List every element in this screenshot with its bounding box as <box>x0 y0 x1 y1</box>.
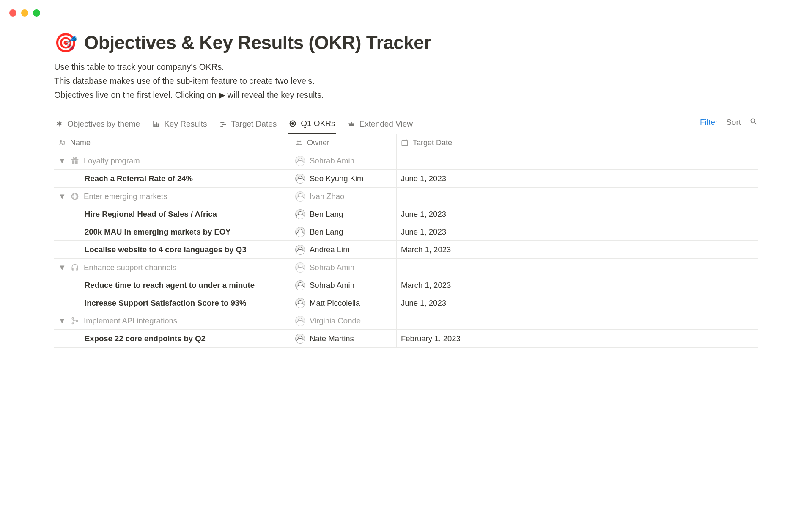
avatar <box>295 245 305 255</box>
objective-name: Implement API integrations <box>84 316 177 326</box>
objective-name: Enhance support channels <box>84 263 176 272</box>
owner-name: Andrea Lim <box>310 245 350 254</box>
table-row[interactable]: Expose 22 core endpoints by Q2 Nate Mart… <box>54 330 758 348</box>
close-window-button[interactable] <box>9 9 16 17</box>
target-date: June 1, 2023 <box>401 174 446 183</box>
owner-name: Sohrab Amin <box>310 281 354 290</box>
view-actions: Filter Sort <box>700 117 758 133</box>
avatar <box>295 262 305 273</box>
crown-icon <box>347 120 356 128</box>
maximize-window-button[interactable] <box>33 9 40 17</box>
okr-table: Name Owner Target Date ▼ Loyalty program <box>54 134 758 348</box>
owner-name: Seo Kyung Kim <box>310 174 364 183</box>
avatar <box>295 174 305 184</box>
table-row[interactable]: 200k MAU in emerging markets by EOY Ben … <box>54 223 758 241</box>
column-label: Name <box>70 138 91 147</box>
tab-objectives-by-theme[interactable]: Objectives by theme <box>54 116 141 134</box>
gift-icon <box>70 156 80 166</box>
column-header-name[interactable]: Name <box>54 134 291 152</box>
tab-label: Objectives by theme <box>67 119 140 129</box>
search-icon[interactable] <box>749 117 758 127</box>
table-row[interactable]: Increase Support Satisfaction Score to 9… <box>54 294 758 312</box>
avatar <box>295 156 305 166</box>
avatar <box>295 209 305 219</box>
column-header-extra[interactable] <box>502 134 758 152</box>
table-header: Name Owner Target Date <box>54 134 758 152</box>
objective-name: Enter emerging markets <box>84 192 167 201</box>
key-result-name: Reduce time to reach agent to under a mi… <box>85 281 255 290</box>
owner-name: Matt Piccolella <box>310 298 360 308</box>
svg-point-0 <box>751 119 755 123</box>
tab-key-results[interactable]: Key Results <box>151 116 208 134</box>
page-header: 🎯 Objectives & Key Results (OKR) Tracker <box>54 32 758 53</box>
view-tabs: Objectives by theme Key Results Target D… <box>54 116 758 134</box>
tab-extended-view[interactable]: Extended View <box>346 116 414 134</box>
target-date: March 1, 2023 <box>401 245 451 254</box>
people-icon <box>295 139 303 147</box>
key-result-name: Reach a Referral Rate of 24% <box>85 174 193 183</box>
table-row[interactable]: ▼ Loyalty program Sohrab Amin <box>54 152 758 170</box>
key-result-name: Increase Support Satisfaction Score to 9… <box>85 298 246 308</box>
page-icon[interactable]: 🎯 <box>54 33 77 52</box>
filter-button[interactable]: Filter <box>700 118 718 127</box>
window-controls <box>9 9 40 17</box>
chevron-down-icon[interactable]: ▼ <box>58 192 66 201</box>
minimize-window-button[interactable] <box>21 9 28 17</box>
owner-name: Ivan Zhao <box>310 192 344 201</box>
bar-chart-icon <box>152 120 160 128</box>
table-row[interactable]: Hire Regional Head of Sales / Africa Ben… <box>54 205 758 223</box>
page-description-line[interactable]: Use this table to track your company's O… <box>54 61 758 73</box>
column-label: Target Date <box>413 138 452 147</box>
table-row[interactable]: ▼ Implement API integrations Virginia Co… <box>54 312 758 330</box>
page-content: 🎯 Objectives & Key Results (OKR) Tracker… <box>0 0 812 348</box>
tab-q1-okrs[interactable]: Q1 OKRs <box>288 116 336 134</box>
globe-icon <box>70 192 80 201</box>
target-date: March 1, 2023 <box>401 281 451 290</box>
target-icon <box>288 119 297 128</box>
page-description-line[interactable]: This database makes use of the sub-item … <box>54 75 758 87</box>
objective-name: Loyalty program <box>84 156 140 166</box>
sort-button[interactable]: Sort <box>726 118 741 127</box>
avatar <box>295 316 305 326</box>
owner-name: Ben Lang <box>310 227 343 237</box>
table-row[interactable]: Reduce time to reach agent to under a mi… <box>54 276 758 294</box>
key-result-name: Localise website to 4 core languages by … <box>85 245 246 254</box>
tab-label: Key Results <box>164 119 207 129</box>
calendar-icon <box>401 139 409 147</box>
table-row[interactable]: ▼ Enhance support channels Sohrab Amin <box>54 259 758 276</box>
chevron-down-icon[interactable]: ▼ <box>58 156 66 166</box>
chevron-down-icon[interactable]: ▼ <box>58 263 66 272</box>
timeline-icon <box>219 120 228 128</box>
tab-label: Target Dates <box>231 119 277 129</box>
headset-icon <box>70 263 80 272</box>
key-result-name: Expose 22 core endpoints by Q2 <box>85 334 206 343</box>
column-header-owner[interactable]: Owner <box>291 134 397 152</box>
key-result-name: 200k MAU in emerging markets by EOY <box>85 227 230 237</box>
owner-name: Ben Lang <box>310 210 343 219</box>
target-date: February 1, 2023 <box>401 334 461 343</box>
column-header-target-date[interactable]: Target Date <box>397 134 502 152</box>
owner-name: Sohrab Amin <box>310 156 354 166</box>
app-window: 🎯 Objectives & Key Results (OKR) Tracker… <box>0 0 812 508</box>
table-row[interactable]: Localise website to 4 core languages by … <box>54 241 758 259</box>
avatar <box>295 298 305 308</box>
tab-label: Extended View <box>359 119 413 129</box>
table-row[interactable]: Reach a Referral Rate of 24% Seo Kyung K… <box>54 170 758 188</box>
avatar <box>295 334 305 344</box>
table-row[interactable]: ▼ Enter emerging markets Ivan Zhao <box>54 188 758 205</box>
svg-line-1 <box>755 122 757 124</box>
page-title[interactable]: Objectives & Key Results (OKR) Tracker <box>84 32 431 53</box>
tab-target-dates[interactable]: Target Dates <box>218 116 278 134</box>
view-tab-list: Objectives by theme Key Results Target D… <box>54 116 414 134</box>
asterisk-icon <box>55 120 63 128</box>
avatar <box>295 227 305 237</box>
owner-name: Sohrab Amin <box>310 263 354 272</box>
column-label: Owner <box>307 138 329 147</box>
avatar <box>295 191 305 202</box>
branch-icon <box>70 316 80 326</box>
chevron-down-icon[interactable]: ▼ <box>58 316 66 326</box>
key-result-name: Hire Regional Head of Sales / Africa <box>85 210 217 219</box>
avatar <box>295 280 305 290</box>
owner-name: Nate Martins <box>310 334 354 343</box>
page-description-line[interactable]: Objectives live on the first level. Clic… <box>54 89 758 101</box>
